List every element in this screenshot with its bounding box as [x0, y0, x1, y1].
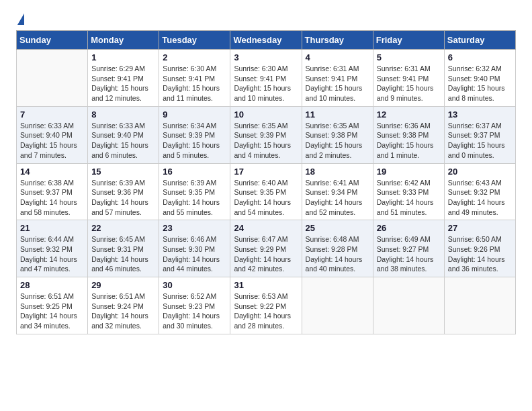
- day-cell: 17Sunrise: 6:40 AM Sunset: 9:35 PM Dayli…: [230, 163, 302, 220]
- day-info: Sunrise: 6:46 AM Sunset: 9:30 PM Dayligh…: [163, 234, 226, 274]
- day-info: Sunrise: 6:51 AM Sunset: 9:25 PM Dayligh…: [20, 291, 84, 331]
- day-number: 3: [234, 52, 298, 62]
- logo: [16, 13, 24, 24]
- day-info: Sunrise: 6:34 AM Sunset: 9:39 PM Dayligh…: [163, 121, 226, 161]
- day-info: Sunrise: 6:30 AM Sunset: 9:41 PM Dayligh…: [163, 64, 226, 103]
- day-number: 1: [91, 52, 155, 62]
- day-cell: 21Sunrise: 6:44 AM Sunset: 9:32 PM Dayli…: [17, 220, 88, 277]
- day-info: Sunrise: 6:44 AM Sunset: 9:32 PM Dayligh…: [20, 234, 84, 274]
- day-number: 23: [163, 223, 226, 233]
- day-number: 5: [377, 52, 441, 62]
- day-info: Sunrise: 6:49 AM Sunset: 9:27 PM Dayligh…: [377, 234, 441, 274]
- day-info: Sunrise: 6:40 AM Sunset: 9:35 PM Dayligh…: [234, 178, 298, 218]
- day-number: 26: [377, 223, 441, 233]
- day-number: 7: [20, 109, 84, 120]
- day-info: Sunrise: 6:52 AM Sunset: 9:23 PM Dayligh…: [163, 291, 226, 331]
- day-cell: 22Sunrise: 6:45 AM Sunset: 9:31 PM Dayli…: [88, 220, 159, 277]
- day-info: Sunrise: 6:53 AM Sunset: 9:22 PM Dayligh…: [234, 291, 298, 331]
- day-cell: 18Sunrise: 6:41 AM Sunset: 9:34 PM Dayli…: [302, 163, 373, 220]
- day-number: 10: [234, 109, 298, 120]
- day-number: 24: [234, 223, 298, 233]
- weekday-thursday: Thursday: [302, 31, 373, 50]
- day-info: Sunrise: 6:29 AM Sunset: 9:41 PM Dayligh…: [91, 64, 155, 103]
- weekday-monday: Monday: [88, 31, 159, 50]
- day-info: Sunrise: 6:50 AM Sunset: 9:26 PM Dayligh…: [448, 234, 512, 274]
- day-info: Sunrise: 6:30 AM Sunset: 9:41 PM Dayligh…: [234, 64, 298, 103]
- day-cell: 28Sunrise: 6:51 AM Sunset: 9:25 PM Dayli…: [17, 277, 88, 334]
- day-info: Sunrise: 6:31 AM Sunset: 9:41 PM Dayligh…: [377, 64, 441, 103]
- weekday-tuesday: Tuesday: [159, 31, 230, 50]
- day-cell: 5Sunrise: 6:31 AM Sunset: 9:41 PM Daylig…: [373, 50, 444, 107]
- day-info: Sunrise: 6:35 AM Sunset: 9:38 PM Dayligh…: [306, 121, 369, 161]
- day-cell: 15Sunrise: 6:39 AM Sunset: 9:36 PM Dayli…: [88, 163, 159, 220]
- day-cell: 29Sunrise: 6:51 AM Sunset: 9:24 PM Dayli…: [88, 277, 159, 334]
- day-cell: 14Sunrise: 6:38 AM Sunset: 9:37 PM Dayli…: [17, 163, 88, 220]
- day-number: 11: [306, 109, 369, 120]
- weekday-friday: Friday: [373, 31, 444, 50]
- day-cell: 20Sunrise: 6:43 AM Sunset: 9:32 PM Dayli…: [444, 163, 515, 220]
- day-cell: 30Sunrise: 6:52 AM Sunset: 9:23 PM Dayli…: [159, 277, 230, 334]
- day-number: 16: [163, 167, 226, 177]
- day-number: 27: [448, 223, 512, 233]
- day-info: Sunrise: 6:43 AM Sunset: 9:32 PM Dayligh…: [448, 178, 512, 218]
- day-cell: 2Sunrise: 6:30 AM Sunset: 9:41 PM Daylig…: [159, 50, 230, 107]
- week-row-1: 1Sunrise: 6:29 AM Sunset: 9:41 PM Daylig…: [17, 50, 516, 107]
- day-info: Sunrise: 6:32 AM Sunset: 9:40 PM Dayligh…: [448, 64, 512, 103]
- day-cell: 4Sunrise: 6:31 AM Sunset: 9:41 PM Daylig…: [302, 50, 373, 107]
- day-number: 30: [163, 280, 226, 290]
- day-number: 13: [448, 109, 512, 120]
- day-cell: 31Sunrise: 6:53 AM Sunset: 9:22 PM Dayli…: [230, 277, 302, 334]
- day-cell: 19Sunrise: 6:42 AM Sunset: 9:33 PM Dayli…: [373, 163, 444, 220]
- day-info: Sunrise: 6:42 AM Sunset: 9:33 PM Dayligh…: [377, 178, 441, 218]
- day-cell: [302, 277, 373, 334]
- day-info: Sunrise: 6:36 AM Sunset: 9:38 PM Dayligh…: [377, 121, 441, 161]
- day-cell: 16Sunrise: 6:39 AM Sunset: 9:35 PM Dayli…: [159, 163, 230, 220]
- day-number: 4: [306, 52, 369, 62]
- day-number: 2: [163, 52, 226, 62]
- day-info: Sunrise: 6:39 AM Sunset: 9:36 PM Dayligh…: [91, 178, 155, 218]
- day-cell: 26Sunrise: 6:49 AM Sunset: 9:27 PM Dayli…: [373, 220, 444, 277]
- day-cell: 3Sunrise: 6:30 AM Sunset: 9:41 PM Daylig…: [230, 50, 302, 107]
- day-number: 14: [20, 167, 84, 177]
- day-number: 8: [91, 109, 155, 120]
- weekday-wednesday: Wednesday: [230, 31, 302, 50]
- day-info: Sunrise: 6:41 AM Sunset: 9:34 PM Dayligh…: [306, 178, 369, 218]
- calendar: SundayMondayTuesdayWednesdayThursdayFrid…: [16, 30, 516, 334]
- day-info: Sunrise: 6:39 AM Sunset: 9:35 PM Dayligh…: [163, 178, 226, 218]
- day-cell: 11Sunrise: 6:35 AM Sunset: 9:38 PM Dayli…: [302, 106, 373, 163]
- day-cell: 24Sunrise: 6:47 AM Sunset: 9:29 PM Dayli…: [230, 220, 302, 277]
- day-cell: 10Sunrise: 6:35 AM Sunset: 9:39 PM Dayli…: [230, 106, 302, 163]
- day-number: 15: [91, 167, 155, 177]
- day-info: Sunrise: 6:47 AM Sunset: 9:29 PM Dayligh…: [234, 234, 298, 274]
- day-info: Sunrise: 6:45 AM Sunset: 9:31 PM Dayligh…: [91, 234, 155, 274]
- day-number: 22: [91, 223, 155, 233]
- week-row-4: 21Sunrise: 6:44 AM Sunset: 9:32 PM Dayli…: [17, 220, 516, 277]
- day-cell: 7Sunrise: 6:33 AM Sunset: 9:40 PM Daylig…: [17, 106, 88, 163]
- day-cell: 27Sunrise: 6:50 AM Sunset: 9:26 PM Dayli…: [444, 220, 515, 277]
- day-number: 31: [234, 280, 298, 290]
- weekday-sunday: Sunday: [17, 31, 88, 50]
- day-cell: [17, 50, 88, 107]
- day-number: 12: [377, 109, 441, 120]
- day-info: Sunrise: 6:33 AM Sunset: 9:40 PM Dayligh…: [20, 121, 84, 161]
- page: SundayMondayTuesdayWednesdayThursdayFrid…: [0, 0, 532, 348]
- day-info: Sunrise: 6:48 AM Sunset: 9:28 PM Dayligh…: [306, 234, 369, 274]
- day-cell: 6Sunrise: 6:32 AM Sunset: 9:40 PM Daylig…: [444, 50, 515, 107]
- week-row-5: 28Sunrise: 6:51 AM Sunset: 9:25 PM Dayli…: [17, 277, 516, 334]
- day-info: Sunrise: 6:38 AM Sunset: 9:37 PM Dayligh…: [20, 178, 84, 218]
- day-number: 9: [163, 109, 226, 120]
- day-info: Sunrise: 6:37 AM Sunset: 9:37 PM Dayligh…: [448, 121, 512, 161]
- day-number: 28: [20, 280, 84, 290]
- weekday-header-row: SundayMondayTuesdayWednesdayThursdayFrid…: [17, 31, 516, 50]
- day-cell: 9Sunrise: 6:34 AM Sunset: 9:39 PM Daylig…: [159, 106, 230, 163]
- day-cell: 1Sunrise: 6:29 AM Sunset: 9:41 PM Daylig…: [88, 50, 159, 107]
- week-row-3: 14Sunrise: 6:38 AM Sunset: 9:37 PM Dayli…: [17, 163, 516, 220]
- day-number: 29: [91, 280, 155, 290]
- day-info: Sunrise: 6:51 AM Sunset: 9:24 PM Dayligh…: [91, 291, 155, 331]
- day-number: 19: [377, 167, 441, 177]
- day-number: 25: [306, 223, 369, 233]
- day-cell: 13Sunrise: 6:37 AM Sunset: 9:37 PM Dayli…: [444, 106, 515, 163]
- header: [16, 13, 516, 24]
- day-cell: 23Sunrise: 6:46 AM Sunset: 9:30 PM Dayli…: [159, 220, 230, 277]
- day-info: Sunrise: 6:35 AM Sunset: 9:39 PM Dayligh…: [234, 121, 298, 161]
